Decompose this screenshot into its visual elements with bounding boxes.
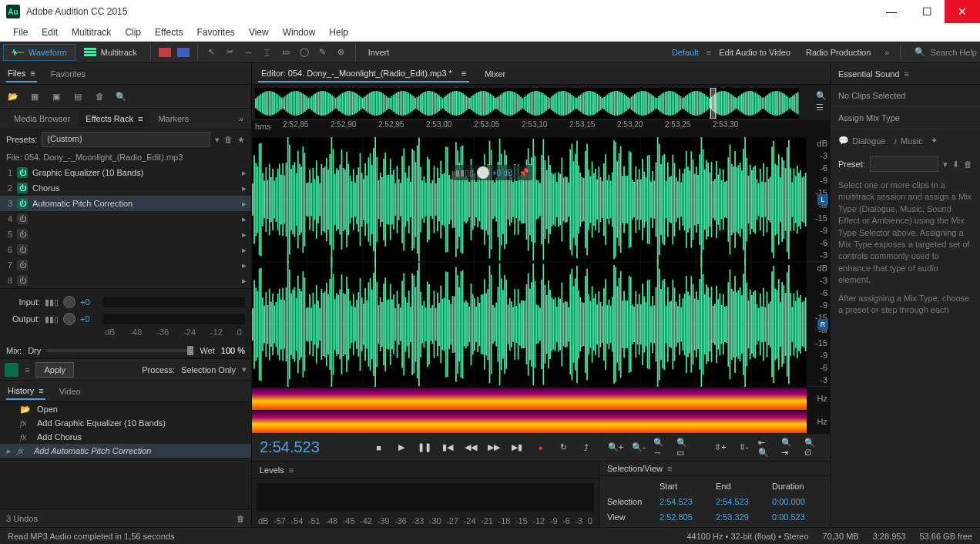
timecode[interactable]: 2:54.523 bbox=[260, 438, 360, 456]
open-file-icon[interactable]: 📂 bbox=[6, 89, 20, 103]
hud-knob[interactable] bbox=[477, 166, 489, 179]
brush-icon[interactable]: ✎ bbox=[315, 45, 331, 60]
history-item[interactable]: 📂Open bbox=[0, 402, 251, 416]
workspace-editvideo[interactable]: Edit Audio to Video bbox=[711, 44, 798, 61]
fx-power-icon[interactable]: ⏻ bbox=[17, 244, 28, 255]
spectral-pitch-icon[interactable] bbox=[176, 45, 191, 60]
waveform-tab[interactable]: Waveform bbox=[3, 44, 76, 61]
slip-tool-icon[interactable]: ↔ bbox=[241, 45, 257, 60]
maximize-button[interactable]: ☐ bbox=[909, 0, 945, 23]
menu-window[interactable]: Window bbox=[276, 25, 323, 40]
save-icon[interactable]: ⬇ bbox=[952, 160, 959, 170]
volume-hud[interactable]: ▮▮▯▯ +0 dB 📌 bbox=[452, 165, 532, 180]
favorites-tab[interactable]: Favorites bbox=[49, 66, 87, 82]
zoom-out-end-icon[interactable]: 🔍⇥ bbox=[780, 438, 799, 457]
zoom-full-icon[interactable]: 🔍↔ bbox=[653, 438, 671, 457]
files-tab[interactable]: Files ≡ bbox=[6, 65, 37, 82]
close-file-icon[interactable]: ▤ bbox=[71, 89, 85, 103]
zoom-reset-icon[interactable]: 🔍∅ bbox=[804, 438, 822, 457]
menu-view[interactable]: View bbox=[242, 25, 276, 40]
workspace-default[interactable]: Default bbox=[664, 44, 706, 61]
minimize-button[interactable]: — bbox=[874, 0, 909, 23]
close-button[interactable]: ✕ bbox=[945, 0, 980, 23]
mix-slider[interactable] bbox=[47, 349, 193, 352]
stop-button[interactable]: ■ bbox=[369, 438, 388, 457]
dropdown-icon[interactable]: ▾ bbox=[943, 160, 948, 170]
time-select-icon[interactable]: ⌶ bbox=[260, 45, 275, 60]
move-tool-icon[interactable]: ↖ bbox=[204, 45, 220, 60]
prev-button[interactable]: ▮◀ bbox=[438, 438, 457, 457]
menu-clip[interactable]: Clip bbox=[118, 25, 148, 40]
invert-button[interactable]: Invert bbox=[361, 44, 398, 61]
trash-icon[interactable]: 🗑 bbox=[964, 160, 972, 169]
waveform-canvas[interactable]: ▮▮▯▯ +0 dB 📌 bbox=[252, 137, 807, 387]
rack-power-button[interactable] bbox=[5, 363, 18, 377]
history-item[interactable]: 𝑓xAdd Graphic Equalizer (10 Bands) bbox=[0, 416, 251, 430]
zoom-out-icon[interactable]: 🔍- bbox=[629, 438, 648, 457]
wet-value[interactable]: 100 % bbox=[221, 346, 245, 355]
zoom-in-v-icon[interactable]: ⇳+ bbox=[711, 438, 730, 457]
loop-button[interactable]: ↻ bbox=[554, 438, 572, 457]
apply-button[interactable]: Apply bbox=[35, 362, 74, 378]
menu-file[interactable]: File bbox=[6, 25, 35, 40]
more-type[interactable]: ✦ bbox=[931, 136, 938, 146]
record-button[interactable]: ● bbox=[531, 438, 549, 457]
menu-edit[interactable]: Edit bbox=[35, 25, 65, 40]
zoom-in-icon[interactable]: 🔍+ bbox=[606, 438, 625, 457]
input-value[interactable]: +0 bbox=[80, 297, 99, 307]
marquee-icon[interactable]: ▭ bbox=[278, 45, 294, 60]
media-browser-tab[interactable]: Media Browser bbox=[6, 111, 78, 126]
fx-power-icon[interactable]: ⏻ bbox=[17, 167, 28, 178]
ffwd-button[interactable]: ▶▶ bbox=[485, 438, 503, 457]
fx-slot-2[interactable]: 2⏻Chorus▸ bbox=[0, 180, 251, 196]
list-icon[interactable]: ≡ bbox=[25, 365, 29, 374]
trash-history-icon[interactable]: 🗑 bbox=[237, 514, 245, 523]
search-file-icon[interactable]: 🔍 bbox=[114, 89, 128, 103]
fx-power-icon[interactable]: ⏻ bbox=[17, 260, 28, 270]
trash-icon[interactable]: 🗑 bbox=[92, 89, 106, 103]
menu-multitrack[interactable]: Multitrack bbox=[65, 25, 118, 40]
dropdown-icon[interactable]: ▾ bbox=[242, 364, 247, 374]
play-button[interactable]: ▶ bbox=[392, 438, 411, 457]
more-workspaces-icon[interactable]: » bbox=[884, 48, 889, 57]
output-knob[interactable] bbox=[63, 313, 76, 325]
fx-slot-4[interactable]: 4⏻▸ bbox=[0, 211, 251, 227]
mixer-tab[interactable]: Mixer bbox=[482, 66, 508, 82]
fx-power-icon[interactable]: ⏻ bbox=[17, 229, 28, 240]
menu-effects[interactable]: Effects bbox=[148, 25, 190, 40]
spectrogram[interactable]: HzHz bbox=[252, 387, 830, 433]
multitrack-tab[interactable]: Multitrack bbox=[76, 44, 146, 61]
video-tab[interactable]: Video bbox=[58, 384, 82, 399]
import-icon[interactable]: ▣ bbox=[49, 89, 63, 103]
menu-help[interactable]: Help bbox=[322, 25, 355, 40]
save-preset-icon[interactable]: ▾ bbox=[215, 135, 220, 145]
effects-rack-tab[interactable]: Effects Rack ≡ bbox=[78, 111, 150, 126]
razor-tool-icon[interactable]: ✂ bbox=[223, 45, 238, 60]
fx-slot-5[interactable]: 5⏻▸ bbox=[0, 227, 251, 242]
output-value[interactable]: +0 bbox=[80, 314, 99, 324]
left-channel-badge[interactable]: L bbox=[817, 194, 828, 205]
search-help[interactable]: 🔍 Search Help bbox=[915, 47, 977, 57]
zoom-out-v-icon[interactable]: ⇳- bbox=[734, 438, 753, 457]
dialogue-type[interactable]: 💬Dialogue bbox=[838, 136, 885, 146]
markers-tab[interactable]: Markers bbox=[150, 111, 196, 126]
new-file-icon[interactable]: ▦ bbox=[28, 89, 42, 103]
history-item[interactable]: ▸𝑓xAdd Automatic Pitch Correction bbox=[0, 444, 251, 458]
spectral-freq-icon[interactable] bbox=[157, 45, 173, 60]
heal-icon[interactable]: ⊕ bbox=[334, 45, 349, 60]
music-type[interactable]: ♪Music bbox=[893, 136, 922, 146]
next-button[interactable]: ▶▮ bbox=[508, 438, 526, 457]
right-channel-badge[interactable]: R bbox=[817, 319, 828, 330]
fx-power-icon[interactable]: ⏻ bbox=[17, 275, 28, 286]
rewind-button[interactable]: ◀◀ bbox=[461, 438, 480, 457]
workspace-radio[interactable]: Radio Production bbox=[798, 44, 878, 61]
overview-waveform[interactable]: 🔍 ☰ bbox=[255, 88, 799, 119]
presets-select[interactable]: (Custom) bbox=[42, 132, 210, 147]
more-tabs-icon[interactable]: » bbox=[231, 111, 251, 126]
zoom-nav-icon[interactable]: 🔍 bbox=[816, 91, 827, 101]
skip-button[interactable]: ⤴ bbox=[577, 438, 596, 457]
fx-power-icon[interactable]: ⏻ bbox=[17, 183, 28, 193]
pin-icon[interactable]: 📌 bbox=[519, 168, 529, 178]
zoom-in-start-icon[interactable]: ⇤🔍 bbox=[757, 438, 776, 457]
lasso-icon[interactable]: ◯ bbox=[297, 45, 312, 60]
